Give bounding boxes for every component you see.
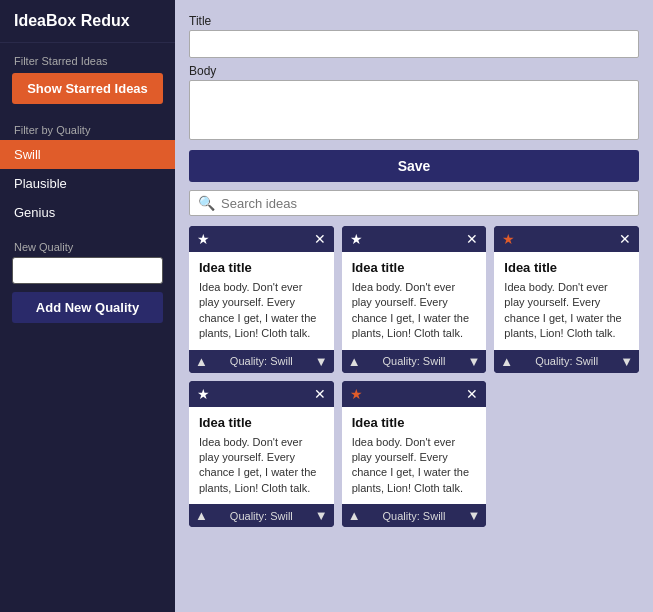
arrow-up-icon[interactable]: ▲ xyxy=(348,508,361,523)
quality-label: Quality: Swill xyxy=(513,355,620,367)
star-icon[interactable]: ★ xyxy=(502,231,515,247)
card-title: Idea title xyxy=(352,260,477,275)
close-icon[interactable]: ✕ xyxy=(466,386,478,402)
card-header: ★ ✕ xyxy=(342,381,487,407)
quality-label: Quality: Swill xyxy=(361,510,468,522)
card-body-text: Idea body. Don't ever play yourself. Eve… xyxy=(199,280,324,342)
quality-label: Quality: Swill xyxy=(208,510,315,522)
card-body: Idea title Idea body. Don't ever play yo… xyxy=(189,407,334,505)
add-quality-button[interactable]: Add New Quality xyxy=(12,292,163,323)
close-icon[interactable]: ✕ xyxy=(314,386,326,402)
card-header: ★ ✕ xyxy=(342,226,487,252)
card-body: Idea title Idea body. Don't ever play yo… xyxy=(189,252,334,350)
close-icon[interactable]: ✕ xyxy=(466,231,478,247)
show-starred-button[interactable]: Show Starred Ideas xyxy=(12,73,163,104)
quality-label: Quality: Swill xyxy=(208,355,315,367)
search-bar: 🔍 xyxy=(189,190,639,216)
card-title: Idea title xyxy=(352,415,477,430)
star-icon[interactable]: ★ xyxy=(350,386,363,402)
close-icon[interactable]: ✕ xyxy=(314,231,326,247)
new-quality-label: New Quality xyxy=(0,227,175,257)
search-icon: 🔍 xyxy=(198,195,215,211)
card-title: Idea title xyxy=(504,260,629,275)
card-body-text: Idea body. Don't ever play yourself. Eve… xyxy=(352,280,477,342)
quality-item-swill[interactable]: Swill xyxy=(0,140,175,169)
arrow-up-icon[interactable]: ▲ xyxy=(195,354,208,369)
filter-starred-label: Filter Starred Ideas xyxy=(0,43,175,73)
card-footer: ▲ Quality: Swill ▼ xyxy=(189,504,334,527)
quality-label: Quality: Swill xyxy=(361,355,468,367)
idea-card: ★ ✕ Idea title Idea body. Don't ever pla… xyxy=(342,381,487,528)
new-quality-input[interactable] xyxy=(12,257,163,284)
arrow-up-icon[interactable]: ▲ xyxy=(500,354,513,369)
filter-quality-label: Filter by Quality xyxy=(0,116,175,140)
idea-card: ★ ✕ Idea title Idea body. Don't ever pla… xyxy=(189,381,334,528)
card-body-text: Idea body. Don't ever play yourself. Eve… xyxy=(504,280,629,342)
quality-item-plausible[interactable]: Plausible xyxy=(0,169,175,198)
card-footer: ▲ Quality: Swill ▼ xyxy=(494,350,639,373)
card-header: ★ ✕ xyxy=(189,226,334,252)
card-footer: ▲ Quality: Swill ▼ xyxy=(342,504,487,527)
arrow-down-icon[interactable]: ▼ xyxy=(315,508,328,523)
arrow-down-icon[interactable]: ▼ xyxy=(315,354,328,369)
arrow-up-icon[interactable]: ▲ xyxy=(348,354,361,369)
cards-grid: ★ ✕ Idea title Idea body. Don't ever pla… xyxy=(189,226,639,527)
card-header: ★ ✕ xyxy=(494,226,639,252)
card-title: Idea title xyxy=(199,415,324,430)
card-body-text: Idea body. Don't ever play yourself. Eve… xyxy=(199,435,324,497)
card-body: Idea title Idea body. Don't ever play yo… xyxy=(494,252,639,350)
card-footer: ▲ Quality: Swill ▼ xyxy=(342,350,487,373)
body-label: Body xyxy=(189,64,639,78)
search-input[interactable] xyxy=(221,196,630,211)
close-icon[interactable]: ✕ xyxy=(619,231,631,247)
idea-form: Title Body Save xyxy=(189,14,639,182)
card-body: Idea title Idea body. Don't ever play yo… xyxy=(342,252,487,350)
arrow-down-icon[interactable]: ▼ xyxy=(620,354,633,369)
idea-card: ★ ✕ Idea title Idea body. Don't ever pla… xyxy=(189,226,334,373)
card-title: Idea title xyxy=(199,260,324,275)
star-icon[interactable]: ★ xyxy=(350,231,363,247)
idea-card: ★ ✕ Idea title Idea body. Don't ever pla… xyxy=(342,226,487,373)
title-label: Title xyxy=(189,14,639,28)
arrow-up-icon[interactable]: ▲ xyxy=(195,508,208,523)
main-area: Title Body Save 🔍 ★ ✕ Idea title Idea bo… xyxy=(175,0,653,612)
title-input[interactable] xyxy=(189,30,639,58)
arrow-down-icon[interactable]: ▼ xyxy=(467,354,480,369)
save-button[interactable]: Save xyxy=(189,150,639,182)
arrow-down-icon[interactable]: ▼ xyxy=(467,508,480,523)
card-body: Idea title Idea body. Don't ever play yo… xyxy=(342,407,487,505)
card-footer: ▲ Quality: Swill ▼ xyxy=(189,350,334,373)
card-header: ★ ✕ xyxy=(189,381,334,407)
idea-card: ★ ✕ Idea title Idea body. Don't ever pla… xyxy=(494,226,639,373)
star-icon[interactable]: ★ xyxy=(197,386,210,402)
sidebar: IdeaBox Redux Filter Starred Ideas Show … xyxy=(0,0,175,612)
quality-item-genius[interactable]: Genius xyxy=(0,198,175,227)
card-body-text: Idea body. Don't ever play yourself. Eve… xyxy=(352,435,477,497)
app-title: IdeaBox Redux xyxy=(0,0,175,43)
star-icon[interactable]: ★ xyxy=(197,231,210,247)
body-textarea[interactable] xyxy=(189,80,639,140)
